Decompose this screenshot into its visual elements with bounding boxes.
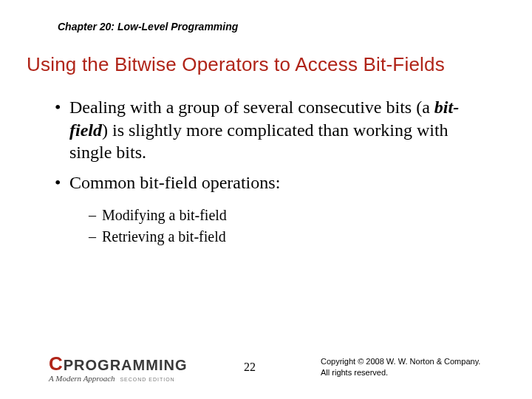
sub-bullet-text: Modifying a bit-field — [102, 207, 227, 223]
logo-subtitle: A Modern Approach SECOND EDITION — [49, 374, 189, 383]
slide-title: Using the Bitwise Operators to Access Bi… — [27, 53, 445, 76]
copyright-notice: Copyright © 2008 W. W. Norton & Company.… — [321, 356, 480, 378]
body-text: Dealing with a group of several consecut… — [55, 96, 491, 250]
copyright-line1: Copyright © 2008 W. W. Norton & Company. — [321, 356, 480, 367]
slide: Chapter 20: Low-Level Programming Using … — [0, 0, 532, 399]
logo-word-programming: PROGRAMMING — [64, 357, 188, 374]
book-logo: CPROGRAMMING A Modern Approach SECOND ED… — [49, 352, 189, 383]
bullet-text-post: ) is slightly more complicated than work… — [69, 120, 449, 163]
logo-subtitle-text: A Modern Approach — [49, 374, 115, 383]
logo-edition: SECOND EDITION — [120, 377, 174, 382]
logo-letter-c: C — [49, 352, 62, 375]
logo-top-row: CPROGRAMMING — [49, 352, 189, 375]
sub-bullet-item: Retrieving a bit-field — [89, 228, 491, 247]
copyright-line2: All rights reserved. — [321, 367, 480, 378]
sub-bullet-list: Modifying a bit-field Retrieving a bit-f… — [89, 206, 491, 247]
chapter-heading: Chapter 20: Low-Level Programming — [58, 21, 238, 33]
bullet-text-pre: Dealing with a group of several consecut… — [69, 98, 434, 117]
bullet-text-pre: Common bit-field operations: — [69, 173, 280, 192]
page-number: 22 — [244, 361, 256, 374]
bullet-item: Dealing with a group of several consecut… — [55, 96, 491, 164]
footer: CPROGRAMMING A Modern Approach SECOND ED… — [0, 350, 532, 384]
sub-bullet-item: Modifying a bit-field — [89, 206, 491, 225]
bullet-item: Common bit-field operations: — [55, 171, 491, 194]
sub-bullet-text: Retrieving a bit-field — [102, 228, 226, 245]
